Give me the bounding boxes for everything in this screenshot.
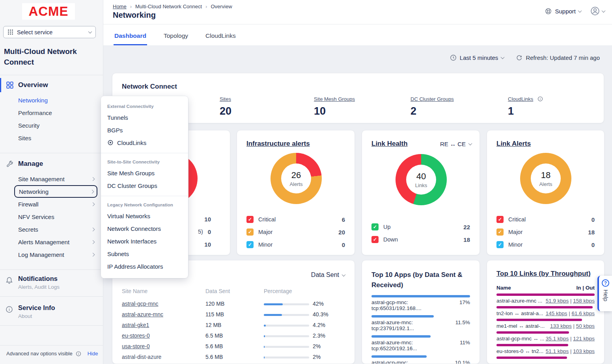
- link-bar: [496, 344, 568, 346]
- in-throughput-link[interactable]: 145 kbps: [546, 310, 567, 316]
- site-link[interactable]: astral-azure-mnc: [122, 311, 163, 318]
- link-alerts-card: Link Alerts 18 Alerts ✓ Critical 0 ✓ Maj…: [487, 130, 605, 255]
- legend-row-critical: ✓ Critical 0: [496, 215, 595, 224]
- menu-item-bgps[interactable]: BGPs: [101, 124, 188, 136]
- sidebar-item-site-management[interactable]: Site Management: [18, 173, 97, 185]
- out-throughput-link[interactable]: 103 kbps: [573, 348, 595, 354]
- help-tab[interactable]: ? Help: [597, 276, 612, 311]
- legend-row-minor: ✓ Minor 0: [496, 240, 595, 249]
- metric-link[interactable]: CloudLinks: [508, 96, 533, 102]
- donut-label: Alerts: [289, 181, 302, 187]
- link-health-title[interactable]: Link Health: [371, 140, 408, 148]
- service-selector[interactable]: Select service: [3, 26, 96, 38]
- sidebar-section-overview[interactable]: Overview: [0, 78, 103, 92]
- flyout-section-external: External Connectivity Tunnels BGPs Cloud…: [101, 98, 188, 153]
- site-link[interactable]: astral-gcp-mnc: [122, 301, 159, 307]
- support-menu[interactable]: Support: [545, 7, 581, 15]
- down-checkbox[interactable]: ✓: [371, 236, 379, 243]
- link-alerts-title[interactable]: Link Alerts: [496, 140, 531, 148]
- info-icon[interactable]: [537, 96, 543, 102]
- in-throughput-link[interactable]: 133 kbps: [550, 323, 572, 329]
- top-apps-list: astral-gcp-mnc: tcp:65031/192.168....17%…: [371, 295, 470, 364]
- infrastructure-alerts-title[interactable]: Infrastructure alerts: [246, 140, 310, 148]
- site-link[interactable]: usa-store-0: [122, 343, 150, 349]
- tab-topology[interactable]: Topology: [163, 32, 189, 45]
- question-mark-icon: ?: [602, 279, 609, 287]
- sidebar-item-security[interactable]: Security: [18, 120, 97, 132]
- item-label: CloudLinks: [117, 139, 146, 146]
- critical-checkbox[interactable]: ✓: [496, 216, 504, 223]
- in-throughput-link[interactable]: 35.1 kbps: [546, 336, 569, 342]
- menu-item-network-connectors[interactable]: Network Connectors: [101, 222, 188, 235]
- menu-item-cloudlinks[interactable]: CloudLinks: [101, 136, 188, 149]
- sidebar-section-manage[interactable]: Manage: [0, 157, 103, 171]
- sidebar-item-secrets[interactable]: Secrets: [18, 223, 97, 236]
- link-bar: [496, 293, 595, 296]
- chevron-right-icon: [91, 227, 95, 231]
- time-range-selector[interactable]: Last 5 minutes: [450, 54, 504, 61]
- endpoint-selector-label: RE ↔ CE: [440, 141, 466, 147]
- minor-checkbox[interactable]: ✓: [246, 241, 254, 248]
- critical-checkbox[interactable]: ✓: [246, 216, 254, 223]
- legend-label: Minor: [258, 241, 272, 248]
- site-metric-selector[interactable]: Data Sent: [311, 271, 345, 279]
- top-links-title[interactable]: Top 10 Links (by Throughput): [496, 270, 591, 278]
- legend-row-minor: ✓ Minor 0: [246, 240, 345, 249]
- legend-row-major: ✓ Major 18: [496, 228, 595, 236]
- link-endpoint-selector[interactable]: RE ↔ CE: [440, 141, 472, 147]
- menu-item-ip-address-allocators[interactable]: IP Address Allocators: [101, 260, 188, 273]
- legend-value: 0: [208, 228, 211, 235]
- out-throughput-link[interactable]: 121 kbps: [573, 336, 595, 342]
- minor-checkbox[interactable]: ✓: [496, 241, 504, 248]
- metric-link[interactable]: Site Mesh Groups: [314, 96, 355, 102]
- item-label: Networking: [19, 188, 49, 195]
- service-selector-label: Select service: [17, 29, 52, 35]
- sidebar-item-sites[interactable]: Sites: [18, 132, 97, 144]
- legend-value: 0: [591, 241, 595, 248]
- menu-item-subnets[interactable]: Subnets: [101, 247, 188, 260]
- out-throughput-link[interactable]: 158 kbps: [573, 298, 595, 304]
- in-throughput-link[interactable]: 51.9 kbps: [546, 298, 569, 304]
- site-link[interactable]: astral-gke1: [122, 322, 149, 328]
- out-throughput-link[interactable]: 50 kbps: [576, 323, 595, 329]
- site-link[interactable]: eu-stores-0: [122, 332, 150, 339]
- menu-item-network-interfaces[interactable]: Network Interfaces: [101, 235, 188, 247]
- tab-cloudlinks[interactable]: CloudLinks: [205, 32, 237, 45]
- in-throughput-link[interactable]: 51.1 kbps: [546, 348, 569, 354]
- breadcrumb-level1[interactable]: Multi-Cloud Network Connect: [135, 4, 202, 9]
- menu-item-virtual-networks[interactable]: Virtual Networks: [101, 210, 188, 222]
- sidebar-item-notifications[interactable]: Notifications Alerts, Audit Logs: [0, 275, 103, 296]
- sidebar-item-nfv-services[interactable]: NFV Services: [18, 210, 97, 223]
- sidebar-item-service-info[interactable]: Service Info About: [0, 304, 103, 325]
- sidebar-item-alerts-management[interactable]: Alerts Management: [18, 236, 97, 248]
- breadcrumb-home[interactable]: Home: [113, 4, 127, 9]
- menu-item-site-mesh-groups[interactable]: Site Mesh Groups: [101, 167, 188, 179]
- breadcrumb-level2[interactable]: Overview: [211, 4, 232, 9]
- menu-item-tunnels[interactable]: Tunnels: [101, 111, 188, 124]
- metric-link[interactable]: DC Cluster Groups: [410, 96, 454, 102]
- tab-dashboard[interactable]: Dashboard: [114, 32, 147, 45]
- app-row: astral-azure-mnc: tcp:23791/192.1...11.5…: [371, 315, 470, 331]
- sidebar-item-networking-manage[interactable]: Networking: [14, 185, 97, 198]
- hide-nav-button[interactable]: Hide: [88, 351, 98, 357]
- sidebar-item-networking[interactable]: Networking: [18, 95, 97, 106]
- app-percentage: 10.1%: [455, 360, 470, 364]
- menu-item-dc-cluster-groups[interactable]: DC Cluster Groups: [101, 179, 188, 192]
- metric-link[interactable]: Sites: [220, 96, 231, 102]
- up-checkbox[interactable]: ✓: [371, 223, 379, 230]
- sidebar-item-log-management[interactable]: Log Management: [18, 248, 97, 261]
- donut-value: 26: [291, 170, 301, 180]
- account-menu[interactable]: [590, 6, 605, 16]
- link-name: astral-gcp-mnc ↔ ...: [496, 336, 545, 342]
- legend-label: Minor: [508, 241, 522, 248]
- item-label: DC Cluster Groups: [107, 182, 157, 189]
- link-row: tn2-lon ↔ astral-a...145 kbps | 61.6 kbp…: [496, 306, 595, 316]
- sidebar-item-performance[interactable]: Performance: [18, 107, 97, 119]
- notifications-sublabel: Alerts, Audit Logs: [18, 284, 60, 290]
- links-table-header: Name In | Out: [496, 285, 595, 291]
- sidebar-item-firewall[interactable]: Firewall: [18, 198, 97, 210]
- major-checkbox[interactable]: ✓: [246, 228, 254, 236]
- refresh-button[interactable]: Refresh: Updated 7 min ago: [516, 54, 600, 61]
- major-checkbox[interactable]: ✓: [496, 228, 504, 236]
- out-throughput-link[interactable]: 61.6 kbps: [571, 310, 595, 316]
